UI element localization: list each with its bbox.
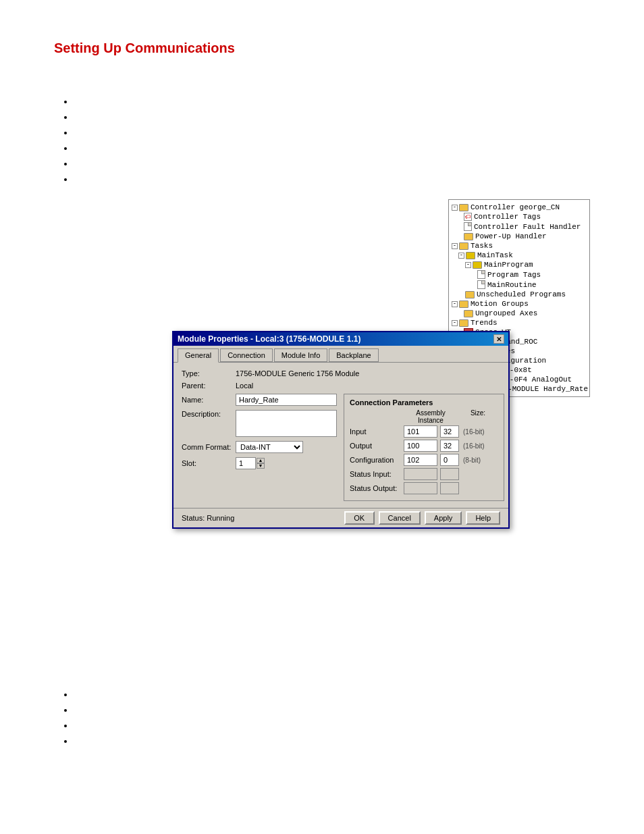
tree-item-mainprogram[interactable]: - MainProgram: [450, 260, 588, 269]
tree-label: MainProgram: [484, 261, 533, 269]
tree-label: Trends: [471, 319, 498, 327]
conn-output-row: Output (16-bit): [350, 440, 498, 452]
folder-icon: [464, 310, 473, 317]
output-size-unit: (16-bit): [463, 442, 485, 450]
config-params: (8-bit): [404, 454, 481, 466]
input-size-field[interactable]: [440, 425, 459, 438]
expand-icon[interactable]: -: [452, 320, 458, 326]
config-label: Configuration: [350, 456, 404, 464]
status-output-assembly-field: [404, 482, 437, 494]
tree-label: MainRoutine: [487, 281, 537, 289]
expand-icon[interactable]: -: [465, 262, 471, 268]
parent-row: Parent: Local: [182, 382, 500, 390]
tree-item-powerup-handler[interactable]: Power-Up Handler: [450, 232, 588, 241]
tab-general[interactable]: General: [178, 348, 219, 363]
comm-format-select[interactable]: Data-INT: [236, 441, 303, 453]
tree-label: Unscheduled Programs: [477, 290, 566, 298]
cancel-button[interactable]: Cancel: [379, 511, 421, 525]
size-header: Size:: [458, 409, 498, 424]
output-assembly-field[interactable]: [404, 440, 437, 452]
status-output-label: Status Output:: [350, 484, 404, 492]
slot-row: Slot: ▲ ▼: [182, 457, 337, 469]
tree-label: Program Tags: [487, 271, 541, 279]
name-row: Name:: [182, 394, 337, 406]
tree-item-ungrouped-axes[interactable]: Ungrouped Axes: [450, 309, 588, 318]
output-params: (16-bit): [404, 440, 485, 452]
expand-icon[interactable]: -: [452, 301, 458, 307]
status-output-size-field: [440, 482, 459, 494]
help-button[interactable]: Help: [466, 511, 500, 525]
folder-icon: [464, 233, 473, 240]
folder-icon: [473, 261, 482, 269]
type-value: 1756-MODULE Generic 1756 Module: [236, 369, 359, 377]
doc-icon: [477, 270, 485, 279]
tree-item-motion-groups[interactable]: - Motion Groups: [450, 299, 588, 309]
status-input-assembly-field: [404, 468, 437, 480]
status-text: Status: Running: [182, 514, 234, 522]
input-params: (16-bit): [404, 425, 485, 438]
dialog-buttons: OK Cancel Apply Help: [344, 511, 500, 525]
config-assembly-field[interactable]: [404, 454, 437, 466]
config-size-field[interactable]: [440, 454, 459, 466]
tree-item-maintask[interactable]: - MainTask: [450, 251, 588, 260]
conn-params-title: Connection Parameters: [350, 398, 498, 407]
input-size-unit: (16-bit): [463, 428, 485, 436]
tree-item-mainroutine[interactable]: MainRoutine: [450, 280, 588, 290]
page-title: Setting Up Communications: [54, 41, 590, 56]
status-output-params: [404, 482, 459, 494]
bullet-item-1: [74, 97, 392, 107]
expand-icon[interactable]: -: [452, 243, 458, 249]
top-bullet-list: [54, 97, 392, 184]
folder-icon: [459, 242, 468, 250]
bottom-bullet-list: [54, 689, 77, 746]
bottom-bullet-4: [74, 736, 77, 746]
ok-button[interactable]: OK: [344, 511, 375, 525]
bottom-bullet-2: [74, 705, 77, 715]
slot-up-btn[interactable]: ▲: [257, 458, 265, 463]
apply-button[interactable]: Apply: [425, 511, 462, 525]
expand-icon[interactable]: -: [452, 205, 458, 211]
tab-backplane[interactable]: Backplane: [329, 348, 378, 362]
slot-input[interactable]: [236, 457, 256, 469]
expand-icon[interactable]: -: [458, 253, 464, 259]
dialog-close-button[interactable]: ✕: [493, 334, 504, 344]
bullet-item-5: [74, 159, 392, 169]
connection-params-group: Connection Parameters Assembly Instance …: [344, 394, 504, 501]
slot-spinner: ▲ ▼: [236, 457, 265, 469]
description-input[interactable]: [236, 410, 337, 437]
top-bullet-section: [54, 97, 392, 184]
input-assembly-field[interactable]: [404, 425, 437, 438]
bottom-bullet-1: [74, 689, 77, 700]
name-label: Name:: [182, 396, 236, 404]
status-input-label: Status Input:: [350, 470, 404, 478]
tree-label: Controller Tags: [474, 213, 541, 221]
slot-down-btn[interactable]: ▼: [257, 463, 265, 469]
assembly-instance-header: Assembly Instance: [404, 409, 458, 424]
tree-item-fault-handler[interactable]: Controller Fault Handler: [450, 221, 588, 232]
comm-format-row: Comm Format: Data-INT: [182, 441, 337, 453]
output-size-field[interactable]: [440, 440, 459, 452]
tree-item-controller[interactable]: - Controller george_CN: [450, 203, 588, 212]
tree-item-tasks[interactable]: - Tasks: [450, 241, 588, 251]
description-label: Description:: [182, 410, 236, 418]
bullet-item-4: [74, 143, 392, 153]
status-input-params: [404, 468, 459, 480]
tree-label: Power-Up Handler: [475, 232, 547, 240]
tree-item-program-tags[interactable]: Program Tags: [450, 269, 588, 280]
type-row: Type: 1756-MODULE Generic 1756 Module: [182, 369, 500, 377]
parent-value: Local: [236, 382, 253, 390]
tree-item-trends[interactable]: - Trends: [450, 318, 588, 328]
tab-connection[interactable]: Connection: [220, 348, 273, 362]
tree-item-controller-tags[interactable]: 🏷 Controller Tags: [450, 212, 588, 221]
tree-label: Motion Groups: [471, 300, 529, 308]
conn-input-row: Input (16-bit): [350, 425, 498, 438]
tree-item-unscheduled[interactable]: Unscheduled Programs: [450, 290, 588, 299]
conn-status-output-row: Status Output:: [350, 482, 498, 494]
tab-module-info[interactable]: Module Info: [274, 348, 327, 362]
module-properties-dialog: Module Properties - Local:3 (1756-MODULE…: [172, 331, 510, 529]
name-input[interactable]: [236, 394, 337, 406]
folder-icon: [465, 291, 475, 298]
tree-label: Tasks: [471, 242, 493, 250]
type-label: Type:: [182, 369, 236, 377]
conn-headers: Assembly Instance Size:: [350, 409, 498, 424]
